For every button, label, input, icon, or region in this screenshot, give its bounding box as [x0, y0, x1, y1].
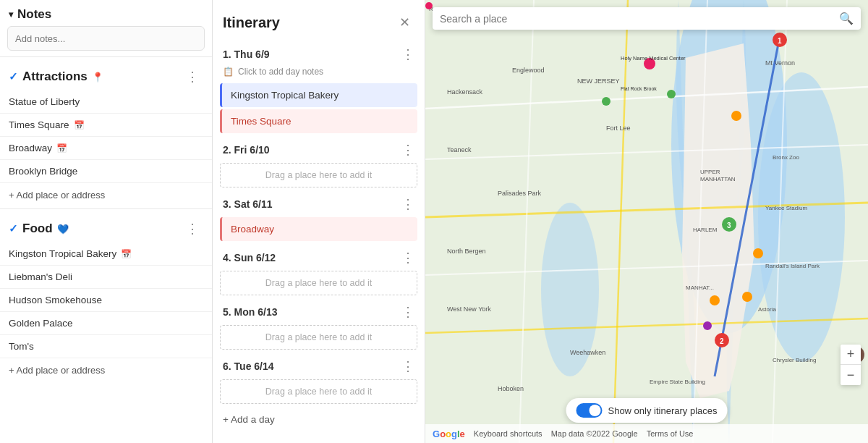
day-header: 3. Sat 6/11 ⋮ — [213, 190, 425, 215]
notes-label: Notes — [17, 7, 51, 22]
food-kebab[interactable]: ⋮ — [182, 219, 203, 238]
search-input[interactable] — [440, 13, 833, 25]
day-label: 5. Mon 6/13 — [223, 306, 277, 318]
svg-text:Mt Vernon: Mt Vernon — [765, 59, 795, 67]
day-header: 1. Thu 6/9 ⋮ — [213, 41, 425, 65]
svg-text:West New York: West New York — [447, 305, 491, 313]
close-button[interactable]: ✕ — [395, 13, 414, 32]
day-section: 2. Fri 6/10 ⋮ Drag a place here to add i… — [213, 136, 425, 187]
toggle-label: Show only itinerary places — [608, 405, 717, 416]
svg-point-42 — [710, 295, 720, 305]
itinerary-title: Itinerary — [223, 14, 280, 31]
notes-title: ▾ Notes — [9, 7, 51, 22]
map-footer: Google Keyboard shortcuts Map data ©2022… — [425, 424, 868, 443]
attractions-label: Attractions — [22, 69, 88, 84]
keyboard-shortcuts[interactable]: Keyboard shortcuts — [474, 429, 542, 438]
day-kebab[interactable]: ⋮ — [401, 46, 414, 62]
list-item[interactable]: Tom's — [0, 335, 212, 358]
divider-2 — [0, 208, 212, 209]
svg-point-50 — [703, 321, 712, 330]
place-name: Tom's — [9, 341, 34, 352]
svg-text:Fort Lee: Fort Lee — [606, 125, 631, 132]
day-kebab[interactable]: ⋮ — [401, 358, 414, 374]
zoom-in-button[interactable]: + — [841, 345, 861, 365]
add-day-label: + Add a day — [223, 414, 275, 425]
svg-text:Palisades Park: Palisades Park — [498, 190, 542, 197]
day-place-item[interactable]: Broadway — [220, 217, 417, 241]
notes-icon: 📋 — [223, 67, 234, 77]
add-food-place-button[interactable]: + Add place or address — [0, 360, 212, 381]
search-icon[interactable]: 🔍 — [839, 12, 854, 25]
list-item[interactable]: Hudson Smokehouse — [0, 289, 212, 312]
svg-point-40 — [731, 111, 741, 121]
list-item[interactable]: Brooklyn Bridge — [0, 160, 212, 183]
place-name: Kingston Tropical Bakery 📅 — [9, 248, 132, 259]
svg-text:MANHATTAN: MANHATTAN — [700, 176, 736, 182]
drag-zone: Drag a place here to add it — [220, 379, 417, 404]
add-day-button[interactable]: + Add a day — [213, 407, 425, 432]
svg-text:1: 1 — [778, 37, 782, 45]
add-place-button[interactable]: + Add place or address — [0, 185, 212, 206]
day-label: 1. Thu 6/9 — [223, 48, 270, 60]
svg-text:3: 3 — [727, 222, 731, 229]
svg-text:Bronx Zoo: Bronx Zoo — [773, 154, 799, 161]
place-name: Statue of Liberty — [9, 96, 80, 107]
svg-text:2: 2 — [720, 337, 724, 345]
svg-text:Teaneck: Teaneck — [447, 146, 472, 153]
svg-point-46 — [602, 97, 610, 106]
svg-point-43 — [742, 292, 752, 302]
map-search-bar: 🔍 — [433, 7, 861, 30]
day-kebab[interactable]: ⋮ — [401, 250, 414, 266]
list-item[interactable]: Kingston Tropical Bakery 📅 — [0, 242, 212, 266]
day-label: 4. Sun 6/12 — [223, 252, 276, 263]
left-panel: ▾ Notes ✓ Attractions 📍 ⋮ Statue of Libe… — [0, 0, 213, 443]
list-item[interactable]: Statue of Liberty — [0, 90, 212, 114]
place-name: Times Square 📅 — [9, 119, 85, 130]
svg-text:UPPER: UPPER — [700, 169, 720, 175]
calendar-icon: 📅 — [121, 249, 132, 259]
terms-of-use[interactable]: Terms of Use — [647, 429, 694, 438]
toggle-row: Show only itinerary places — [566, 398, 727, 423]
day-notes-row[interactable]: 📋 Click to add day notes — [213, 65, 425, 81]
list-item[interactable]: Liebman's Deli — [0, 266, 212, 289]
svg-text:Weehawken: Weehawken — [570, 349, 605, 356]
map-data: Map data ©2022 Google — [551, 429, 638, 438]
notes-area — [7, 26, 205, 51]
list-item[interactable]: Golden Palace — [0, 312, 212, 335]
place-name: Brooklyn Bridge — [9, 166, 77, 177]
place-name: Golden Palace — [9, 318, 73, 329]
calendar-icon: 📅 — [74, 120, 85, 130]
day-section: 1. Thu 6/9 ⋮ 📋 Click to add day notes Ki… — [213, 41, 425, 133]
attractions-title: ✓ Attractions 📍 — [9, 69, 103, 84]
itinerary-header: Itinerary ✕ — [213, 0, 425, 41]
list-item[interactable]: Broadway 📅 — [0, 137, 212, 160]
itinerary-toggle[interactable] — [576, 403, 602, 418]
day-kebab[interactable]: ⋮ — [401, 142, 414, 158]
svg-point-54 — [425, 2, 433, 9]
day-kebab[interactable]: ⋮ — [401, 196, 414, 212]
day-label: 3. Sat 6/11 — [223, 198, 273, 210]
svg-text:Astoria: Astoria — [758, 306, 776, 313]
svg-text:Empire State Building: Empire State Building — [650, 379, 705, 385]
list-item[interactable]: Times Square 📅 — [0, 114, 212, 137]
svg-text:Hoboken: Hoboken — [498, 385, 524, 392]
day-place-item[interactable]: Kingston Tropical Bakery — [220, 83, 417, 107]
calendar-icon: 📅 — [56, 143, 67, 153]
attractions-kebab[interactable]: ⋮ — [182, 67, 203, 86]
chevron-down-icon[interactable]: ▾ — [9, 9, 13, 20]
notes-input[interactable] — [7, 26, 205, 51]
zoom-out-button[interactable]: − — [841, 365, 861, 385]
svg-text:Hackensack: Hackensack — [447, 88, 483, 96]
google-logo: Google — [433, 429, 465, 439]
add-food-place-label: + Add place or address — [9, 365, 105, 376]
add-place-label: + Add place or address — [9, 190, 105, 201]
food-label: Food — [22, 222, 53, 236]
svg-text:MANHAT...: MANHAT... — [686, 284, 714, 291]
divider-1 — [0, 56, 212, 57]
attractions-section-header: ✓ Attractions 📍 ⋮ — [0, 60, 212, 90]
day-kebab[interactable]: ⋮ — [401, 304, 414, 320]
map-svg: Hackensack Englewood NEW JERSEY Mt Verno… — [425, 0, 868, 443]
day-place-item[interactable]: Times Square — [220, 109, 417, 133]
food-title: ✓ Food 💙 — [9, 222, 69, 236]
notes-section-header: ▾ Notes — [0, 0, 212, 26]
